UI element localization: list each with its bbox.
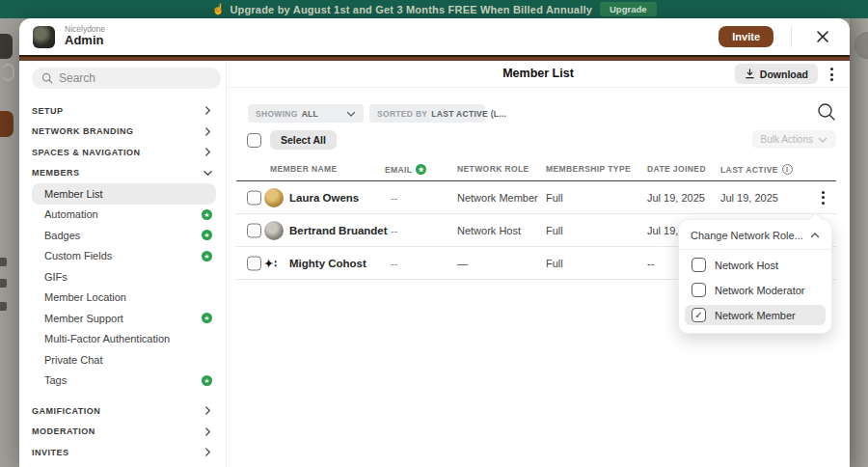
sidebar-item-member-location[interactable]: Member Location: [32, 288, 220, 309]
column-membership-type: MEMBERSHIP TYPE: [546, 164, 631, 174]
chevron-right-icon: [203, 106, 212, 115]
member-search-button[interactable]: [816, 101, 837, 125]
column-label: LAST ACTIVE: [720, 165, 778, 175]
chevron-right-icon: [203, 127, 212, 136]
role-option-network-member[interactable]: ✓ Network Member: [685, 305, 826, 325]
sidebar-label: Private Chat: [44, 354, 103, 366]
promo-banner: ☝ Upgrade by August 1st and Get 3 Months…: [0, 0, 868, 18]
filter-value: LAST ACTIVE (L...: [431, 109, 506, 119]
download-button[interactable]: Download: [735, 64, 818, 84]
row-menu-button[interactable]: [817, 188, 829, 207]
search-input[interactable]: [59, 71, 203, 85]
dropdown-title: Change Network Role...: [691, 230, 803, 241]
upgrade-badge-icon: ★: [202, 230, 212, 240]
admin-sidebar: SETUP NETWORK BRANDING SPACES & NAVIGATI…: [19, 61, 227, 467]
sidebar-item-gamification[interactable]: GAMIFICATION: [32, 400, 220, 422]
chevron-down-icon: [818, 135, 827, 145]
member-email: --: [391, 192, 397, 204]
sidebar-item-private-chat[interactable]: Private Chat: [32, 349, 220, 371]
bulk-actions-button[interactable]: Bulk Actions: [752, 130, 836, 149]
bulk-actions-label: Bulk Actions: [761, 134, 813, 145]
chevron-right-icon: [203, 148, 212, 156]
sidebar-label: GAMIFICATION: [32, 406, 100, 416]
sidebar-item-custom-fields[interactable]: Custom Fields ★: [32, 246, 220, 267]
search-icon: [41, 72, 53, 84]
date-joined: Jul 19, 2025: [647, 192, 705, 204]
sidebar-label: INVITES: [32, 448, 69, 457]
member-role: Network Member: [457, 192, 538, 204]
more-options-button[interactable]: [826, 65, 838, 84]
sidebar-label: SETUP: [32, 106, 64, 116]
sidebar-item-plans[interactable]: PLANS: [32, 463, 220, 467]
sidebar-label: GIFs: [44, 271, 68, 283]
option-label: Network Host: [715, 260, 778, 271]
background-page-right: [850, 18, 868, 467]
sidebar-item-badges[interactable]: Badges ★: [32, 225, 220, 246]
download-icon: [745, 69, 755, 79]
modal-titles: Nicelydone Admin: [65, 25, 105, 49]
row-checkbox[interactable]: [247, 256, 261, 270]
sidebar-label: Badges: [44, 230, 80, 241]
role-option-network-host[interactable]: Network Host: [685, 255, 826, 275]
sidebar-item-member-list[interactable]: Member List: [32, 183, 216, 205]
option-checkbox-checked[interactable]: ✓: [692, 308, 706, 322]
member-role: —: [457, 258, 468, 269]
option-checkbox[interactable]: [692, 258, 706, 272]
modal-body: SETUP NETWORK BRANDING SPACES & NAVIGATI…: [19, 61, 850, 467]
sidebar-item-moderation[interactable]: MODERATION: [32, 422, 220, 443]
close-icon: [815, 29, 830, 44]
member-name: Laura Owens: [289, 192, 359, 204]
column-email: EMAIL ★: [385, 164, 426, 175]
row-checkbox[interactable]: [247, 190, 261, 205]
table-row[interactable]: Laura Owens -- Network Member Full Jul 1…: [236, 181, 836, 214]
invite-button[interactable]: Invite: [719, 26, 773, 47]
sidebar-item-setup[interactable]: SETUP: [32, 100, 220, 122]
sidebar-label: Custom Fields: [44, 250, 112, 261]
sidebar-search[interactable]: [32, 68, 221, 89]
page-title: Admin: [65, 34, 105, 48]
close-button[interactable]: [809, 27, 836, 46]
sidebar-label: MEMBERS: [32, 168, 80, 178]
upgrade-badge-icon: ★: [202, 375, 212, 386]
column-last-active: LAST ACTIVE i: [720, 164, 793, 175]
promo-text: ☝ Upgrade by August 1st and Get 3 Months…: [211, 3, 592, 15]
sidebar-item-gifs[interactable]: GIFs: [32, 266, 220, 288]
sidebar-item-invites[interactable]: INVITES: [32, 442, 220, 463]
avatar: [264, 188, 284, 207]
role-option-network-moderator[interactable]: Network Moderator: [685, 280, 826, 300]
upgrade-badge-icon: ★: [416, 164, 426, 175]
search-icon: [816, 101, 837, 123]
select-all-checkbox[interactable]: [247, 133, 261, 148]
column-date-joined: DATE JOINED: [647, 164, 706, 174]
sidebar-item-automation[interactable]: Automation ★: [32, 205, 220, 226]
sidebar-item-mfa[interactable]: Multi-Factor Authentication: [32, 329, 220, 350]
info-icon[interactable]: i: [782, 164, 793, 175]
member-email: --: [391, 258, 397, 269]
screen: ☝ Upgrade by August 1st and Get 3 Months…: [0, 0, 868, 467]
sidebar-item-spaces-navigation[interactable]: SPACES & NAVIGATION: [32, 142, 220, 163]
chevron-up-icon: [810, 231, 820, 240]
community-avatar: [33, 26, 55, 48]
option-checkbox[interactable]: [692, 283, 706, 297]
background-tick: [0, 302, 7, 311]
sidebar-item-member-support[interactable]: Member Support ★: [32, 308, 220, 329]
background-tick: [0, 279, 7, 288]
showing-filter-dropdown[interactable]: SHOWING ALL: [248, 104, 364, 123]
sidebar-item-network-branding[interactable]: NETWORK BRANDING: [32, 122, 220, 143]
select-all-button[interactable]: Select All: [270, 130, 337, 150]
sidebar-item-members[interactable]: MEMBERS: [32, 163, 220, 184]
sidebar-item-tags[interactable]: Tags ★: [32, 371, 220, 392]
sidebar-label: Tags: [44, 374, 67, 386]
chevron-right-icon: [203, 427, 212, 436]
dropdown-header[interactable]: Change Network Role...: [679, 220, 831, 250]
sidebar-label: NETWORK BRANDING: [32, 126, 134, 136]
sort-filter-dropdown[interactable]: SORTED BY LAST ACTIVE (L...: [369, 104, 485, 123]
row-checkbox[interactable]: [247, 223, 261, 237]
background-profile-circle: [854, 32, 868, 59]
background-avatar-fragment: [0, 34, 13, 59]
sidebar-label: SPACES & NAVIGATION: [32, 148, 141, 157]
upgrade-button[interactable]: Upgrade: [600, 2, 657, 16]
sidebar-label: MODERATION: [32, 426, 95, 436]
last-active: Jul 19, 2025: [720, 192, 778, 204]
pointing-hand-icon: ☝: [211, 3, 225, 15]
